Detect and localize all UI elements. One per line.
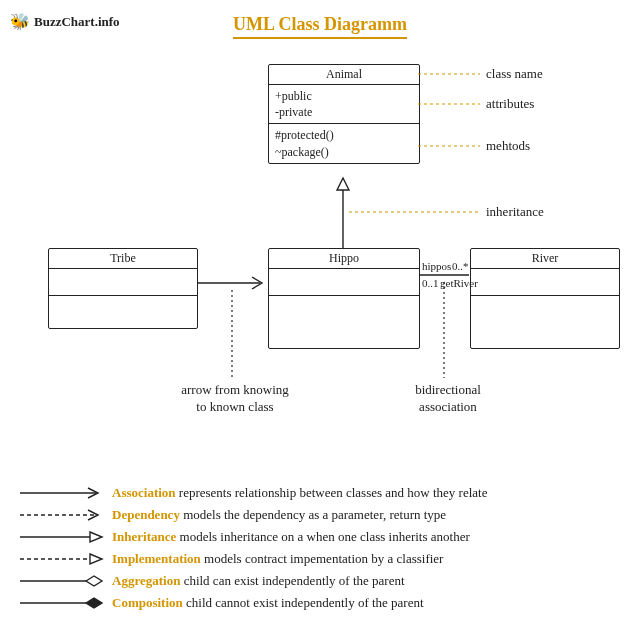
legend-aggregation: Aggregation child can exist independentl… [18,573,618,589]
class-river-meths [471,296,619,348]
meth-package: ~package() [275,144,413,160]
page-title: UML Class Diagramm [233,14,407,39]
svg-marker-19 [86,598,102,608]
note-arrow-l1: arrow from knowing [160,382,310,399]
mult-01: 0..1 [422,277,439,289]
class-river-name: River [471,249,619,269]
legend-desc: models the dependency as a parameter, re… [180,507,446,522]
dependency-arrow-icon [18,508,104,522]
note-arrow-l2: to known class [160,399,310,416]
class-hippo: Hippo [268,248,420,349]
class-tribe-meths [49,296,197,328]
legend-implementation: Implementation models contract impementa… [18,551,618,567]
class-animal: Animal +public -private #protected() ~pa… [268,64,420,164]
mult-0star: 0..* [452,260,469,272]
class-river: River [470,248,620,349]
legend-term: Composition [112,595,183,610]
note-bidirectional: bidirectional association [398,382,498,416]
class-animal-attributes: +public -private [269,85,419,124]
annot-inheritance: inheritance [486,204,544,220]
class-hippo-name: Hippo [269,249,419,269]
assoc-arrow-icon [18,486,104,500]
note-bidi-l2: association [398,399,498,416]
meth-protected: #protected() [275,127,413,143]
svg-marker-3 [337,178,349,190]
legend-desc: child can exist independently of the par… [180,573,404,588]
composition-arrow-icon [18,596,104,610]
role-getriver: getRiver [440,277,478,289]
legend-association: Association represents relationship betw… [18,485,618,501]
logo: 🐝 BuzzChart.info [10,12,120,31]
attr-private: -private [275,104,413,120]
legend-dependency: Dependency models the dependency as a pa… [18,507,618,523]
class-tribe: Tribe [48,248,198,329]
legend-term: Implementation [112,551,201,566]
legend: Association represents relationship betw… [18,485,618,617]
class-animal-methods: #protected() ~package() [269,124,419,162]
svg-marker-13 [90,532,102,542]
legend-inheritance: Inheritance models inheritance on a when… [18,529,618,545]
legend-desc: models inheritance on a when one class i… [176,529,470,544]
inheritance-arrow-icon [18,530,104,544]
annot-methods: mehtods [486,138,530,154]
class-tribe-name: Tribe [49,249,197,269]
note-arrow-direction: arrow from knowing to known class [160,382,310,416]
legend-desc: represents relationship between classes … [176,485,488,500]
aggregation-arrow-icon [18,574,104,588]
attr-public: +public [275,88,413,104]
bee-icon: 🐝 [10,12,30,31]
legend-composition: Composition child cannot exist independe… [18,595,618,611]
class-animal-name: Animal [269,65,419,85]
legend-desc: child cannot exist independently of the … [183,595,424,610]
implementation-arrow-icon [18,552,104,566]
class-tribe-attrs [49,269,197,296]
logo-text: BuzzChart.info [34,14,120,30]
class-hippo-attrs [269,269,419,296]
class-river-attrs [471,269,619,296]
legend-term: Association [112,485,176,500]
note-bidi-l1: bidirectional [398,382,498,399]
legend-term: Aggregation [112,573,180,588]
annot-class-name: class name [486,66,543,82]
role-hippos: hippos [422,260,451,272]
annot-attributes: attributes [486,96,534,112]
class-hippo-meths [269,296,419,348]
svg-marker-15 [90,554,102,564]
legend-desc: models contract impementation by a class… [201,551,444,566]
legend-term: Inheritance [112,529,176,544]
legend-term: Dependency [112,507,180,522]
svg-marker-17 [86,576,102,586]
